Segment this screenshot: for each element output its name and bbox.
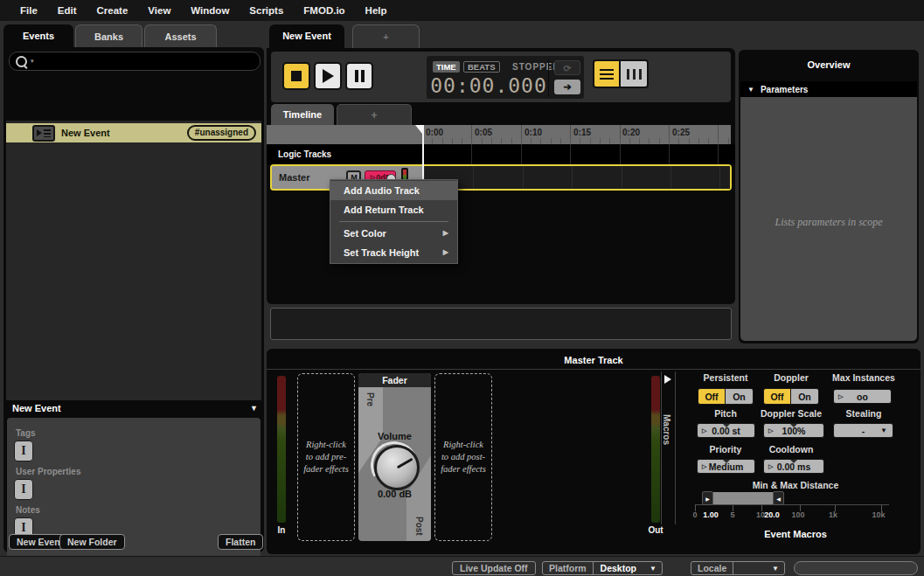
transport-bar: TIME BEATS STOPPED 00:00.000 ⟳ ➔ xyxy=(271,52,731,102)
columns-view-icon xyxy=(627,69,642,80)
bank-badge: #unassigned xyxy=(187,125,256,141)
output-meter xyxy=(651,376,660,523)
platform-selector[interactable]: Platform Desktop ▼ xyxy=(542,561,663,575)
pre-fader-effects-slot[interactable]: Right-click to add pre-fader effects xyxy=(297,373,355,541)
timeline-add-tab-button[interactable]: + xyxy=(337,104,412,125)
master-track-lane[interactable] xyxy=(424,166,730,189)
timecode-display[interactable]: 00:00.000 xyxy=(427,74,551,97)
persistent-toggle[interactable]: Off On xyxy=(698,388,754,405)
persistent-off-button[interactable]: Off xyxy=(698,388,726,405)
beats-mode-button[interactable]: BEATS xyxy=(463,61,500,73)
volume-value[interactable]: 0.00 dB xyxy=(358,489,431,499)
input-label: In xyxy=(273,525,290,535)
doppler-off-button[interactable]: Off xyxy=(763,388,791,405)
time-mode-button[interactable]: TIME xyxy=(433,61,460,73)
cooldown-label: Cooldown xyxy=(739,444,844,455)
oneshot-playback-button[interactable]: ➔ xyxy=(554,80,580,94)
parameters-section-label: Parameters xyxy=(761,85,808,94)
distance-max-handle[interactable]: ◀ xyxy=(773,491,784,505)
distance-slider-range[interactable] xyxy=(712,492,775,504)
loop-playback-button[interactable]: ⟳ xyxy=(554,60,580,75)
locale-selector[interactable]: Locale ▼ xyxy=(691,561,785,575)
stealing-dropdown[interactable]: -▼ xyxy=(833,423,893,438)
menu-view[interactable]: View xyxy=(138,5,181,16)
search-caret-icon: ▾ xyxy=(31,58,34,65)
timeline-tab[interactable]: Timeline xyxy=(271,104,334,125)
search-input[interactable]: ▾ xyxy=(9,52,261,71)
ruler-label: 0:20 xyxy=(622,128,640,137)
menu-create[interactable]: Create xyxy=(87,5,139,16)
parameters-empty-hint: Lists parameters in scope xyxy=(740,216,917,229)
browser-view-button[interactable] xyxy=(621,59,649,88)
macros-expand-icon[interactable] xyxy=(664,375,671,384)
user-properties-edit-button[interactable]: I xyxy=(14,479,33,500)
timecode-panel: TIME BEATS STOPPED 00:00.000 ⟳ ➔ xyxy=(427,56,584,99)
menu-help[interactable]: Help xyxy=(356,5,398,16)
cooldown-spinner[interactable]: ▷0.00 ms xyxy=(763,459,824,474)
editor-add-tab-button[interactable]: + xyxy=(352,24,420,48)
fader-module[interactable]: Fader Pre Post Volume 0.00 dB xyxy=(358,373,431,541)
stop-icon xyxy=(291,71,302,81)
menu-scripts[interactable]: Scripts xyxy=(240,5,294,16)
tab-banks[interactable]: Banks xyxy=(75,24,142,47)
live-update-button[interactable]: Live Update Off xyxy=(452,561,536,575)
dropdown-arrow-icon: ▼ xyxy=(772,565,784,573)
tags-label: Tags xyxy=(16,428,36,438)
doppler-scale-spinner[interactable]: ▷100% xyxy=(763,423,824,438)
distance-max-value: 20.0 xyxy=(759,510,785,519)
event-tree[interactable]: New Event #unassigned xyxy=(6,121,261,400)
dropdown-arrow-icon: ▼ xyxy=(650,565,662,573)
menu-edit[interactable]: Edit xyxy=(48,5,87,16)
overview-title: Overview xyxy=(739,50,919,70)
post-fader-effects-slot[interactable]: Right-click to add post-fader effects xyxy=(434,373,492,541)
volume-knob[interactable] xyxy=(374,445,420,490)
pause-button[interactable] xyxy=(345,62,373,90)
max-instances-spinner[interactable]: ▷oo xyxy=(833,389,892,404)
macros-strip-label: Macros xyxy=(662,414,671,445)
new-folder-button[interactable]: New Folder xyxy=(59,534,125,550)
spinner-arrow-icon: ▷ xyxy=(768,427,773,434)
pitch-spinner[interactable]: ▷0.00 st xyxy=(697,423,755,438)
platform-label: Platform xyxy=(543,562,594,574)
ruler-minor-ticks xyxy=(422,138,731,144)
priority-spinner[interactable]: ▷Medium xyxy=(697,459,755,474)
pause-icon xyxy=(355,70,365,82)
doppler-toggle[interactable]: Off On xyxy=(763,388,819,405)
editor-tab-new-event[interactable]: New Event xyxy=(269,24,344,48)
timeline-ruler[interactable]: 0:00 0:05 0:10 0:15 0:20 0:25 xyxy=(267,125,731,144)
browser-panel: ▾ New Event #unassigned New Event ▼ Tags… xyxy=(3,47,264,552)
volume-label: Volume xyxy=(358,431,431,441)
play-button[interactable] xyxy=(314,62,342,90)
timeline-overview-strip[interactable] xyxy=(270,308,732,340)
parameters-section-header[interactable]: ▼ Parameters xyxy=(740,81,917,97)
persistent-on-button[interactable]: On xyxy=(726,388,754,405)
browser-tabs: Events Banks Assets xyxy=(3,24,217,47)
tab-events[interactable]: Events xyxy=(3,24,73,47)
master-track-name: Master xyxy=(279,172,309,183)
distance-min-handle[interactable]: ▶ xyxy=(702,491,713,505)
deck-divider xyxy=(267,369,921,370)
collapse-icon[interactable]: ▼ xyxy=(250,404,258,413)
tags-edit-button[interactable]: I xyxy=(14,441,33,461)
doppler-on-button[interactable]: On xyxy=(791,388,819,405)
parameters-section-body: Lists parameters in scope xyxy=(740,97,917,341)
context-menu-add-return-track[interactable]: Add Return Track xyxy=(330,200,457,219)
tab-assets[interactable]: Assets xyxy=(144,24,217,47)
menu-fmodio[interactable]: FMOD.io xyxy=(294,5,355,16)
event-tree-row[interactable]: New Event #unassigned xyxy=(6,123,261,142)
flatten-button[interactable]: Flatten xyxy=(218,534,263,550)
user-properties-label: User Properties xyxy=(16,467,80,476)
ruler-label: 0:15 xyxy=(573,128,591,137)
menu-window[interactable]: Window xyxy=(181,5,240,16)
collapse-arrow-icon: ▼ xyxy=(747,86,754,94)
logic-tracks-row: Logic Tracks xyxy=(267,144,735,164)
stop-button[interactable] xyxy=(282,62,310,90)
context-menu-set-color[interactable]: Set Color▶ xyxy=(330,224,457,243)
context-menu-set-track-height[interactable]: Set Track Height▶ xyxy=(330,243,457,262)
context-menu-add-audio-track[interactable]: Add Audio Track xyxy=(330,181,457,200)
menu-file[interactable]: File xyxy=(10,5,48,16)
locale-label: Locale xyxy=(691,562,733,574)
properties-title: New Event xyxy=(12,403,61,413)
tracks-view-button[interactable] xyxy=(593,59,621,88)
event-name: New Event xyxy=(61,128,110,138)
